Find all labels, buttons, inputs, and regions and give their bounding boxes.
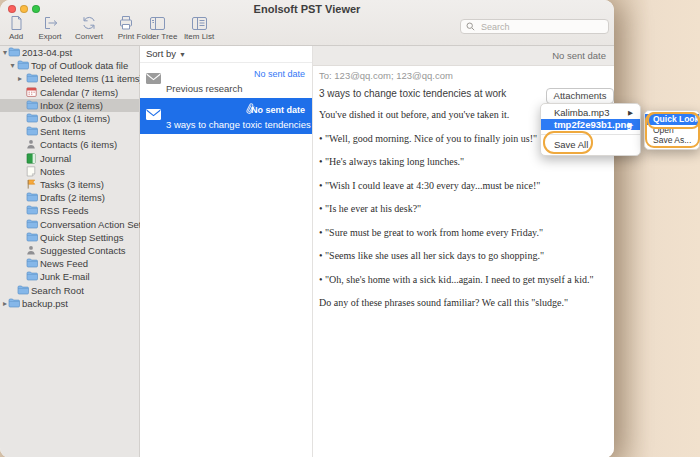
message-list-item[interactable]: No sent date3 ways to change toxic tende… — [140, 98, 312, 134]
note-icon — [26, 166, 38, 177]
sidebar-item-top-of-outlook-data-file[interactable]: ▾Top of Outlook data file — [0, 59, 139, 72]
sidebar-item-2013-04-pst[interactable]: ▾2013-04.pst — [0, 46, 139, 59]
envelope-icon — [146, 70, 161, 88]
sidebar-item-label: Quick Step Settings — [40, 231, 123, 244]
print-icon — [118, 15, 134, 31]
sidebar-item-label: Notes — [40, 165, 65, 178]
sidebar-item-label: 2013-04.pst — [22, 46, 72, 59]
submenu-item-save-as[interactable]: Save As... — [645, 135, 699, 146]
sidebar-item-junk-e-mail[interactable]: Junk E-mail — [0, 270, 139, 283]
sort-by-control[interactable]: Sort by▼ — [140, 46, 312, 63]
folder-icon — [26, 113, 38, 124]
sidebar-item-label: Search Root — [31, 284, 84, 297]
sidebar-item-contacts-6-items[interactable]: Contacts (6 items) — [0, 138, 139, 151]
journal-icon — [26, 153, 38, 164]
message-subject: 3 ways to change toxic tendencies at wor… — [319, 88, 506, 99]
sidebar-item-conversation-action-sett[interactable]: Conversation Action Sett... — [0, 218, 139, 231]
body-paragraph: • "Is he ever at his desk?" — [319, 203, 613, 215]
folder-icon — [17, 285, 29, 296]
toolbar-button-folder-tree[interactable]: Folder Tree — [133, 15, 181, 44]
sidebar-item-tasks-3-items[interactable]: Tasks (3 items) — [0, 178, 139, 191]
search-field[interactable] — [460, 19, 609, 34]
attachment-name: Kalimba.mp3 — [554, 107, 609, 118]
sidebar-item-drafts-2-items[interactable]: Drafts (2 items) — [0, 191, 139, 204]
sort-caret-icon: ▼ — [179, 51, 186, 58]
disclosure-triangle-icon[interactable]: ▸ — [18, 72, 22, 85]
message-to-line: To: 123@qq.com; 123@qq.com — [319, 70, 453, 81]
message-subject-label: Previous research — [166, 83, 243, 94]
sidebar-item-label: Conversation Action Sett... — [40, 218, 152, 231]
toolbar-button-add[interactable]: Add — [3, 15, 29, 44]
sidebar-item-label: Journal — [40, 152, 71, 165]
envelope-icon — [146, 106, 161, 124]
toolbar-button-label: Item List — [184, 32, 214, 41]
folder-icon — [26, 219, 38, 230]
sort-by-label: Sort by — [146, 48, 176, 59]
sidebar-item-search-root[interactable]: Search Root — [0, 284, 139, 297]
search-input[interactable] — [479, 21, 603, 33]
submenu-item-quick-look[interactable]: Quick Look — [645, 114, 699, 125]
sidebar-item-deleted-items-11-items[interactable]: ▸Deleted Items (11 items) — [0, 72, 139, 85]
sidebar-item-label: Deleted Items (11 items) — [40, 72, 143, 85]
menu-separator — [541, 134, 640, 135]
convert-icon — [81, 15, 97, 31]
sidebar-item-label: News Feed — [40, 257, 88, 270]
toolbar-button-label: Convert — [75, 32, 103, 41]
sidebar-item-inbox-2-items[interactable]: Inbox (2 items) — [0, 99, 139, 112]
body-paragraph: • "He's always taking long lunches." — [319, 156, 613, 168]
message-list: Sort by▼ No sent datePrevious researchNo… — [140, 46, 313, 457]
sidebar-item-label: backup.pst — [22, 297, 68, 310]
disclosure-triangle-icon[interactable]: ▾ — [11, 59, 15, 72]
attachment-name: tmp2f2e93b1.png — [554, 119, 632, 130]
sidebar-item-suggested-contacts[interactable]: Suggested Contacts — [0, 244, 139, 257]
sidebar-item-sent-items[interactable]: Sent Items — [0, 125, 139, 138]
body-paragraph: • "Seems like she uses all her sick days… — [319, 250, 613, 262]
toolbar-button-export[interactable]: Export — [33, 15, 67, 44]
disclosure-triangle-icon[interactable]: ▸ — [3, 297, 7, 310]
disclosure-triangle-icon[interactable]: ▾ — [3, 46, 7, 59]
save-all-menu-item[interactable]: Save All — [541, 138, 640, 152]
sidebar-item-news-feed[interactable]: News Feed — [0, 257, 139, 270]
folder-icon — [26, 232, 38, 243]
message-date: No sent date — [552, 50, 606, 61]
export-icon — [42, 15, 59, 31]
folder-icon — [8, 298, 20, 309]
window-title: Enolsoft PST Viewer — [0, 3, 614, 15]
sidebar-item-rss-feeds[interactable]: RSS Feeds — [0, 204, 139, 217]
sidebar-item-calendar-7-items[interactable]: Calendar (7 items) — [0, 86, 139, 99]
message-date-label: No sent date — [254, 69, 305, 79]
sidebar-item-label: Outbox (1 items) — [40, 112, 110, 125]
attachment-actions-submenu: Quick LookOpenSave As... — [644, 110, 700, 150]
tasks-icon — [26, 179, 38, 190]
message-list-item[interactable]: No sent datePrevious research — [140, 62, 312, 99]
sidebar-item-quick-step-settings[interactable]: Quick Step Settings — [0, 231, 139, 244]
body-paragraph: • "Wish I could leave at 4:30 every day.… — [319, 180, 613, 192]
toolbar-button-convert[interactable]: Convert — [69, 15, 109, 44]
toolbar-button-item-list[interactable]: Item List — [178, 15, 220, 44]
sidebar-item-outbox-1-items[interactable]: Outbox (1 items) — [0, 112, 139, 125]
sidebar-item-label: Top of Outlook data file — [31, 59, 128, 72]
attachments-button[interactable]: Attachments (2) — [546, 88, 614, 104]
folder-icon — [26, 73, 38, 84]
sidebar-item-label: RSS Feeds — [40, 204, 89, 217]
submenu-item-open[interactable]: Open — [645, 125, 699, 136]
sidebar-item-journal[interactable]: Journal — [0, 152, 139, 165]
titlebar: Enolsoft PST Viewer AddExportConvertPrin… — [0, 0, 614, 46]
folder-icon — [26, 192, 38, 203]
sidebar-item-notes[interactable]: Notes — [0, 165, 139, 178]
app-window: Enolsoft PST Viewer AddExportConvertPrin… — [0, 0, 614, 457]
attachment-menu-item-kalimba-mp3[interactable]: Kalimba.mp3▶ — [541, 107, 640, 119]
folder-icon — [26, 258, 38, 269]
toolbar-button-label: Add — [9, 32, 23, 41]
sidebar-item-label: Tasks (3 items) — [40, 178, 104, 191]
folder-icon — [17, 60, 29, 71]
attachment-menu-item-tmp2f2e93b1-png[interactable]: tmp2f2e93b1.png▶ — [541, 119, 640, 131]
toolbar-button-label: Export — [38, 32, 61, 41]
folder-icon — [26, 126, 38, 137]
search-icon — [466, 22, 475, 31]
sidebar-item-backup-pst[interactable]: ▸backup.pst — [0, 297, 139, 310]
body-paragraph: Do any of these phrases sound familiar? … — [319, 297, 613, 309]
body-paragraph: • "Sure must be great to work from home … — [319, 227, 613, 239]
submenu-arrow-icon: ▶ — [628, 119, 633, 131]
calendar-icon — [26, 87, 38, 98]
